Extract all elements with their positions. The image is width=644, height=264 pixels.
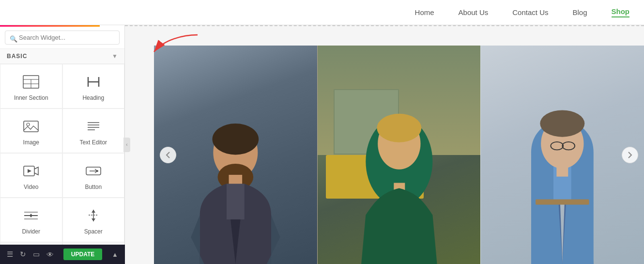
nav-about[interactable]: About Us bbox=[459, 8, 489, 16]
search-input[interactable] bbox=[5, 31, 120, 45]
button-icon bbox=[85, 162, 102, 180]
video-icon bbox=[22, 162, 40, 180]
sidebar-collapse-handle[interactable]: ‹ bbox=[123, 138, 130, 152]
carousel-image-1 bbox=[154, 46, 317, 264]
device-icon[interactable]: ▭ bbox=[33, 250, 40, 259]
nav-home[interactable]: Home bbox=[415, 8, 434, 16]
svg-marker-22 bbox=[30, 214, 32, 216]
widget-video-label: Video bbox=[24, 184, 38, 190]
widget-grid: Inner Section Heading bbox=[0, 64, 124, 264]
svg-point-18 bbox=[96, 170, 98, 172]
carousel-next-button[interactable] bbox=[622, 147, 638, 163]
main-layout: 🔍 BASIC ▼ Inner Sect bbox=[0, 25, 644, 264]
carousel-prev-button[interactable] bbox=[160, 147, 176, 163]
widget-button-label: Button bbox=[85, 184, 102, 190]
svg-rect-44 bbox=[557, 165, 568, 177]
widget-heading[interactable]: Heading bbox=[62, 64, 125, 109]
category-title: BASIC bbox=[7, 53, 27, 60]
svg-marker-23 bbox=[30, 216, 32, 217]
svg-point-39 bbox=[377, 114, 421, 142]
carousel-image-3 bbox=[480, 46, 644, 264]
inner-section-icon bbox=[22, 73, 40, 91]
spacer-icon bbox=[85, 207, 102, 224]
svg-rect-36 bbox=[227, 184, 245, 219]
toolbar-icons: ☰ ↻ ▭ 👁 bbox=[7, 250, 54, 259]
divider-icon bbox=[22, 207, 40, 224]
search-icon: 🔍 bbox=[10, 35, 17, 43]
svg-rect-48 bbox=[536, 200, 589, 205]
nav-contact[interactable]: Contact Us bbox=[512, 8, 548, 16]
widget-inner-section[interactable]: Inner Section bbox=[0, 64, 62, 109]
preview-icon[interactable]: 👁 bbox=[46, 250, 54, 259]
svg-marker-26 bbox=[92, 218, 95, 221]
widget-image-label: Image bbox=[23, 139, 39, 146]
bottom-toolbar: ☰ ↻ ▭ 👁 UPDATE ▲ bbox=[0, 245, 125, 264]
widget-button[interactable]: Button bbox=[62, 153, 125, 198]
image-icon bbox=[22, 118, 40, 135]
history-icon[interactable]: ↻ bbox=[20, 250, 26, 259]
widget-inner-section-label: Inner Section bbox=[14, 94, 48, 101]
layers-icon[interactable]: ☰ bbox=[7, 250, 13, 259]
top-navigation: Home About Us Contact Us Blog Shop bbox=[0, 0, 644, 25]
nav-links: Home About Us Contact Us Blog Shop bbox=[415, 7, 629, 17]
svg-point-33 bbox=[212, 124, 259, 155]
svg-rect-8 bbox=[24, 121, 38, 132]
svg-marker-25 bbox=[92, 210, 95, 213]
canvas-area bbox=[125, 25, 644, 264]
carousel-image-2 bbox=[317, 46, 481, 264]
widget-text-editor-label: Text Editor bbox=[79, 139, 107, 146]
category-chevron-icon: ▼ bbox=[112, 53, 118, 60]
widget-text-editor[interactable]: Text Editor bbox=[62, 109, 125, 153]
text-editor-icon bbox=[85, 118, 102, 135]
widget-divider[interactable]: Divider bbox=[0, 198, 62, 242]
svg-point-43 bbox=[540, 110, 585, 137]
widget-spacer[interactable]: Spacer bbox=[62, 198, 125, 242]
widget-divider-label: Divider bbox=[22, 228, 40, 235]
nav-blog[interactable]: Blog bbox=[572, 8, 587, 16]
svg-marker-15 bbox=[28, 169, 31, 173]
search-box: 🔍 bbox=[0, 27, 124, 49]
widget-sidebar: 🔍 BASIC ▼ Inner Sect bbox=[0, 25, 125, 264]
widget-video[interactable]: Video bbox=[0, 153, 62, 198]
svg-point-9 bbox=[27, 123, 30, 126]
widget-image[interactable]: Image bbox=[0, 109, 62, 153]
update-button[interactable]: UPDATE bbox=[63, 248, 102, 260]
nav-shop[interactable]: Shop bbox=[612, 7, 630, 17]
image-carousel bbox=[154, 46, 644, 264]
settings-icon[interactable]: ▲ bbox=[112, 251, 118, 258]
category-header[interactable]: BASIC ▼ bbox=[0, 49, 124, 64]
heading-icon bbox=[85, 73, 102, 91]
widget-heading-label: Heading bbox=[82, 94, 104, 101]
widget-spacer-label: Spacer bbox=[84, 228, 103, 235]
